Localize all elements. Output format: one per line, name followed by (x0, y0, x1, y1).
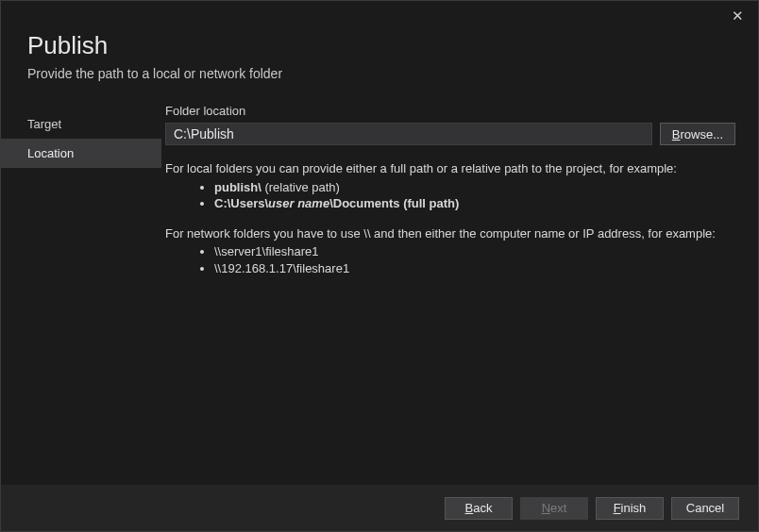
help-network-example-1: \\server1\fileshare1 (214, 243, 735, 260)
browse-button-rest: rowse... (680, 127, 723, 141)
help-local-example-full: C:\Users\user name\Documents (full path) (214, 195, 735, 212)
sidebar-item-target[interactable]: Target (1, 109, 161, 139)
help-network-example-2: \\192.168.1.17\fileshare1 (214, 260, 735, 277)
folder-location-input[interactable] (165, 123, 652, 145)
help-rel-suffix: (relative path) (264, 180, 339, 194)
finish-button[interactable]: Finish (596, 497, 664, 520)
browse-button[interactable]: Browse... (660, 123, 735, 145)
dialog-title: Publish (27, 31, 732, 60)
help-full-prefix: C:\Users\ (214, 196, 268, 210)
close-icon[interactable]: ✕ (726, 7, 749, 29)
help-rel-prefix: publish\ (214, 180, 264, 194)
help-full-suffix: \Documents (full path) (329, 196, 459, 210)
sidebar-item-label: Location (27, 146, 74, 160)
dialog-header: Publish Provide the path to a local or n… (1, 1, 758, 96)
help-network-list: \\server1\fileshare1 \\192.168.1.17\file… (214, 243, 735, 276)
help-local-intro: For local folders you can provide either… (165, 160, 735, 177)
help-local-example-relative: publish\ (relative path) (214, 179, 735, 196)
folder-location-label: Folder location (165, 104, 735, 118)
dialog-subtitle: Provide the path to a local or network f… (27, 66, 732, 81)
sidebar-item-location[interactable]: Location (1, 139, 161, 168)
sidebar-item-label: Target (27, 117, 61, 131)
dialog-footer: Back Next Finish Cancel (1, 484, 758, 531)
help-local-list: publish\ (relative path) C:\Users\user n… (214, 179, 735, 212)
folder-location-row: Browse... (165, 123, 735, 145)
back-button[interactable]: Back (445, 497, 513, 520)
dialog-content: Target Location Folder location Browse..… (1, 96, 758, 464)
help-text-block: For local folders you can provide either… (165, 160, 735, 276)
main-panel: Folder location Browse... For local fold… (161, 96, 758, 464)
help-network-intro: For network folders you have to use \\ a… (165, 225, 735, 242)
cancel-button[interactable]: Cancel (671, 497, 739, 520)
wizard-sidebar: Target Location (1, 96, 161, 464)
next-button: Next (520, 497, 588, 520)
help-full-user: user name (268, 196, 329, 210)
